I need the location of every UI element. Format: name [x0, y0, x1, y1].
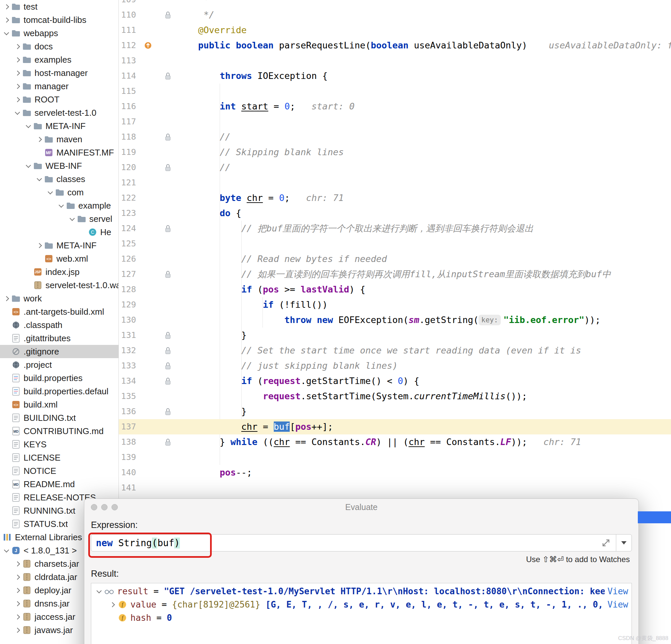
tree-item-web-inf[interactable]: WEB-INF — [0, 159, 118, 172]
tree-item-notice[interactable]: NOTICE — [0, 464, 118, 478]
line-number[interactable]: 122 — [119, 190, 138, 206]
line-number[interactable]: 127 — [119, 267, 138, 282]
tree-item-license[interactable]: LICENSE — [0, 451, 118, 464]
override-marker-icon[interactable] — [138, 38, 158, 53]
code-line-114[interactable]: 114 throws IOException { — [119, 68, 671, 83]
chevron-right-icon[interactable] — [13, 557, 22, 570]
view-link[interactable]: View — [607, 586, 628, 596]
line-number[interactable]: 139 — [119, 450, 138, 465]
line-number[interactable]: 119 — [119, 145, 138, 160]
code-line-112[interactable]: 112public boolean parseRequestLine(boole… — [119, 38, 671, 53]
line-number[interactable]: 113 — [119, 53, 138, 68]
code-text[interactable]: pos--; — [178, 465, 671, 480]
tree-item-manifest-mf[interactable]: MFMANIFEST.MF — [0, 146, 118, 159]
line-number[interactable]: 135 — [119, 389, 138, 404]
chevron-right-icon[interactable] — [2, 292, 11, 305]
code-line-122[interactable]: 122 byte chr = 0; chr: 71 — [119, 190, 671, 206]
line-number[interactable]: 134 — [119, 373, 138, 389]
tree-item-servelet-test-1-0-wa[interactable]: servelet-test-1.0.wa — [0, 279, 118, 292]
line-number[interactable]: 128 — [119, 282, 138, 297]
code-line-119[interactable]: 119 // Skipping blank lines — [119, 145, 671, 160]
code-line-125[interactable]: 125 — [119, 236, 671, 252]
tree-item-he[interactable]: CHe — [0, 226, 118, 239]
code-text[interactable]: } — [178, 327, 671, 343]
code-text[interactable] — [178, 114, 671, 129]
code-text[interactable]: throws IOException { — [178, 68, 671, 83]
code-line-137[interactable]: 137 chr = buf[pos++]; — [119, 419, 671, 435]
code-text[interactable] — [178, 450, 671, 465]
tree-item-maven[interactable]: maven — [0, 133, 118, 146]
chevron-right-icon[interactable] — [13, 53, 22, 66]
chevron-down-icon[interactable] — [35, 172, 43, 186]
chevron-down-icon[interactable] — [94, 585, 103, 598]
code-line-141[interactable]: 141 — [119, 480, 671, 495]
chevron-down-icon[interactable] — [46, 186, 54, 199]
code-text[interactable] — [178, 480, 671, 495]
line-number[interactable]: 123 — [119, 206, 138, 221]
tree-item-example[interactable]: example — [0, 199, 118, 212]
tree-item-contributing-md[interactable]: MDCONTRIBUTING.md — [0, 424, 118, 438]
chevron-down-icon[interactable] — [24, 119, 33, 133]
code-text[interactable]: request.setStartTime(System.currentTimeM… — [178, 389, 671, 404]
expression-input[interactable]: new String(buf) — [91, 534, 632, 552]
code-text[interactable]: @Override — [178, 23, 671, 38]
code-line-123[interactable]: 123 do { — [119, 206, 671, 221]
tree-item-docs[interactable]: docs — [0, 40, 118, 53]
tree-item--classpath[interactable]: .classpath — [0, 318, 118, 332]
tree-item-web-xml[interactable]: <>web.xml — [0, 252, 118, 265]
code-line-116[interactable]: 116 int start = 0; start: 0 — [119, 99, 671, 114]
line-number[interactable]: 109 — [119, 0, 138, 7]
code-line-109[interactable]: 109 * — [119, 0, 671, 7]
chevron-down-icon[interactable] — [13, 106, 22, 119]
line-number[interactable]: 115 — [119, 83, 138, 99]
code-text[interactable]: // Skipping blank lines — [178, 145, 671, 160]
tree-item-meta-inf[interactable]: META-INF — [0, 119, 118, 133]
code-text[interactable]: int start = 0; start: 0 — [178, 99, 671, 114]
code-text[interactable]: // 把buf里面的字符一个个取出来进行判断，遇到非回车换行符则会退出 — [178, 221, 671, 236]
tree-item-root[interactable]: ROOT — [0, 93, 118, 106]
tree-item-build-xml[interactable]: <>build.xml — [0, 398, 118, 411]
line-number[interactable]: 116 — [119, 99, 138, 114]
code-text[interactable] — [178, 236, 671, 252]
code-text[interactable] — [178, 53, 671, 68]
code-line-128[interactable]: 128 if (pos >= lastValid) { — [119, 282, 671, 297]
code-line-115[interactable]: 115 — [119, 83, 671, 99]
line-number[interactable]: 120 — [119, 160, 138, 175]
tree-item-tomcat-build-libs[interactable]: tomcat-build-libs — [0, 13, 118, 27]
chevron-right-icon[interactable] — [13, 610, 22, 623]
result-row-hash[interactable]: f hash = 0 — [94, 611, 628, 624]
chevron-right-icon[interactable] — [13, 584, 22, 597]
line-number[interactable]: 131 — [119, 327, 138, 343]
code-line-117[interactable]: 117 — [119, 114, 671, 129]
line-number[interactable]: 140 — [119, 465, 138, 480]
code-text[interactable] — [178, 175, 671, 190]
line-number[interactable]: 126 — [119, 252, 138, 267]
code-line-139[interactable]: 139 — [119, 450, 671, 465]
line-number[interactable]: 138 — [119, 435, 138, 450]
tree-item-readme-md[interactable]: MDREADME.md — [0, 478, 118, 491]
code-line-132[interactable]: 132 // Set the start time once we start … — [119, 343, 671, 358]
code-line-110[interactable]: 110 */ — [119, 7, 671, 23]
tree-item-test[interactable]: test — [0, 0, 118, 13]
code-text[interactable]: // just skipping blank lines) — [178, 358, 671, 373]
code-text[interactable]: // 如果一直读到的回车换行符则再次调用fill,从inputStream里面读… — [178, 267, 671, 282]
result-row-value[interactable]: f value = {char[8192]@2561} [G, E, T, , … — [94, 598, 628, 611]
chevron-right-icon[interactable] — [13, 93, 22, 106]
chevron-down-icon[interactable] — [57, 199, 65, 212]
code-text[interactable]: do { — [178, 206, 671, 221]
code-text[interactable]: // — [178, 160, 671, 175]
line-number[interactable]: 124 — [119, 221, 138, 236]
code-text[interactable]: // Set the start time once we start read… — [178, 343, 671, 358]
code-line-111[interactable]: 111@Override — [119, 23, 671, 38]
chevron-right-icon[interactable] — [108, 598, 116, 611]
tree-item-work[interactable]: work — [0, 292, 118, 305]
code-line-133[interactable]: 133 // just skipping blank lines) — [119, 358, 671, 373]
line-number[interactable]: 117 — [119, 114, 138, 129]
chevron-right-icon[interactable] — [2, 0, 11, 13]
code-line-138[interactable]: 138 } while ((chr == Constants.CR) || (c… — [119, 435, 671, 450]
tree-item--gitignore[interactable]: .gitignore — [0, 345, 118, 358]
chevron-right-icon[interactable] — [35, 133, 43, 146]
expression-history-dropdown[interactable] — [616, 534, 632, 551]
chevron-right-icon[interactable] — [13, 597, 22, 610]
tree-item-meta-inf[interactable]: META-INF — [0, 239, 118, 252]
